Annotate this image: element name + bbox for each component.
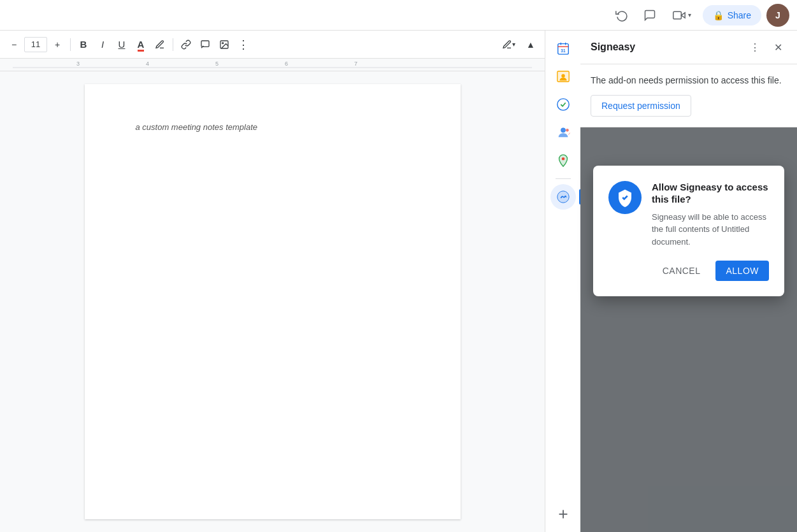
right-panel-header: Signeasy ⋮ ✕ xyxy=(580,31,797,64)
sidebar-item-tasks[interactable] xyxy=(550,92,576,117)
format-toolbar: − + B I U A xyxy=(0,31,545,59)
decrease-font-button[interactable]: − xyxy=(5,36,23,54)
bold-button[interactable]: B xyxy=(75,36,92,54)
doc-area: − + B I U A xyxy=(0,31,545,532)
svg-text:7: 7 xyxy=(354,61,357,67)
cancel-button[interactable]: CANCEL xyxy=(652,261,711,281)
sidebar-divider xyxy=(556,178,571,179)
svg-text:6: 6 xyxy=(285,61,288,67)
svg-rect-1 xyxy=(673,11,681,19)
dialog-actions: CANCEL ALLOW xyxy=(608,261,769,281)
font-size-input[interactable] xyxy=(24,37,47,52)
svg-marker-0 xyxy=(681,12,685,17)
permission-dialog: Allow Signeasy to access this file? Sign… xyxy=(593,166,784,297)
history-button[interactable] xyxy=(610,4,633,27)
underline-button[interactable]: U xyxy=(113,36,131,54)
svg-text:4: 4 xyxy=(146,61,149,67)
highlight-button[interactable] xyxy=(151,36,169,54)
panel-more-button[interactable]: ⋮ xyxy=(746,38,764,56)
share-label: Share xyxy=(728,10,751,20)
dialog-body: Signeasy will be able to access the full… xyxy=(652,211,769,248)
svg-point-21 xyxy=(557,99,568,110)
svg-text:5: 5 xyxy=(215,61,219,67)
dialog-shield-icon xyxy=(608,181,642,214)
right-panel-icons: ⋮ ✕ xyxy=(746,38,787,56)
allow-button[interactable]: ALLOW xyxy=(715,261,769,281)
panel-gray-area: Allow Signeasy to access this file? Sign… xyxy=(580,127,797,532)
comments-button[interactable] xyxy=(638,4,661,27)
avatar[interactable]: J xyxy=(766,4,789,27)
more-button[interactable]: ⋮ xyxy=(234,36,252,54)
svg-point-25 xyxy=(561,157,564,161)
panel-close-button[interactable]: ✕ xyxy=(769,38,787,56)
dialog-overlay: Allow Signeasy to access this file? Sign… xyxy=(580,127,797,532)
toolbar-divider-2 xyxy=(173,38,173,51)
increase-font-button[interactable]: + xyxy=(48,36,66,54)
sidebar-item-calendar[interactable]: 31 xyxy=(550,36,576,61)
lock-icon: 🔒 xyxy=(713,10,724,20)
ruler: 3 4 5 6 ▾ 7 xyxy=(0,59,545,71)
font-size-control: − + xyxy=(5,36,66,54)
comment-button[interactable] xyxy=(196,36,214,54)
document-page: a custom meeting notes template xyxy=(85,84,461,519)
svg-text:31: 31 xyxy=(561,48,566,53)
sidebar-item-people[interactable] xyxy=(550,120,576,145)
italic-button[interactable]: I xyxy=(94,36,111,54)
svg-point-20 xyxy=(561,74,565,78)
svg-point-24 xyxy=(566,129,569,132)
svg-point-5 xyxy=(222,42,224,43)
add-addon-button[interactable] xyxy=(550,501,576,527)
dialog-title: Allow Signeasy to access this file? xyxy=(652,181,769,206)
sidebar-item-contacts[interactable] xyxy=(550,64,576,89)
sidebar-item-signeasy[interactable] xyxy=(550,184,576,210)
text-color-button[interactable]: A xyxy=(132,36,150,54)
sidebar-icons: 31 xyxy=(545,31,580,532)
dialog-header: Allow Signeasy to access this file? Sign… xyxy=(608,181,769,248)
right-panel-content: The add-on needs permission to access th… xyxy=(580,64,797,127)
request-permission-button[interactable]: Request permission xyxy=(591,95,691,117)
toolbar-divider-1 xyxy=(70,38,71,51)
permission-text: The add-on needs permission to access th… xyxy=(591,75,787,87)
meet-button[interactable]: ▾ xyxy=(666,5,698,25)
right-panel-title: Signeasy xyxy=(591,41,635,53)
shield-icon xyxy=(615,188,635,207)
main-area: − + B I U A xyxy=(0,31,797,532)
ruler-svg: 3 4 5 6 ▾ 7 xyxy=(13,58,532,71)
svg-rect-2 xyxy=(201,41,209,47)
document-body-text: a custom meeting notes template xyxy=(136,122,410,132)
meet-chevron: ▾ xyxy=(688,11,691,18)
top-toolbar: ▾ 🔒 Share J xyxy=(0,0,797,31)
svg-text:3: 3 xyxy=(76,61,80,67)
collapse-button[interactable]: ▲ xyxy=(522,36,540,54)
share-button[interactable]: 🔒 Share xyxy=(703,5,761,25)
pen-button[interactable]: ▾ xyxy=(499,36,518,54)
image-button[interactable] xyxy=(215,36,233,54)
avatar-initial: J xyxy=(775,10,780,20)
svg-text:▾: ▾ xyxy=(318,58,322,60)
link-button[interactable] xyxy=(177,36,195,54)
document-scroll[interactable]: a custom meeting notes template xyxy=(0,71,545,532)
right-panel: Signeasy ⋮ ✕ The add-on needs permission… xyxy=(580,31,797,532)
sidebar-item-maps[interactable] xyxy=(550,148,576,173)
dialog-title-area: Allow Signeasy to access this file? Sign… xyxy=(652,181,769,248)
